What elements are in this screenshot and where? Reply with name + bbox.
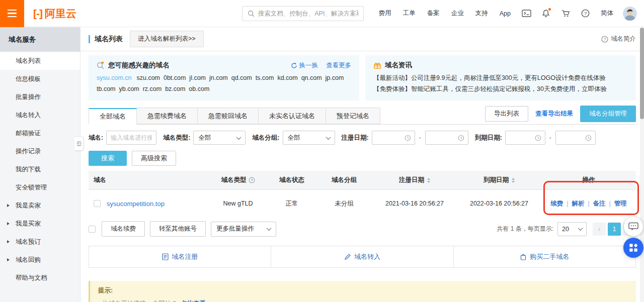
cell-reg-date: 2021-03-16 20:56:27 bbox=[372, 200, 457, 207]
sort-reg-date[interactable] bbox=[427, 178, 430, 183]
hamburger-menu-button[interactable] bbox=[0, 0, 24, 27]
more-batch-ops-select[interactable]: 更多批量操作 bbox=[211, 222, 276, 237]
sidebar-item-transfer-in[interactable]: 域名转入 bbox=[0, 106, 80, 124]
suggested-domains-list[interactable]: szu.com 0bt.com jl.com jn.com qd.com ts.… bbox=[97, 74, 347, 92]
search-button[interactable]: 搜索 bbox=[89, 151, 127, 166]
tip-view-link[interactable]: 点此查看 bbox=[181, 299, 206, 302]
apps-float-button[interactable] bbox=[623, 238, 643, 258]
sidebar-item-domain-buyback[interactable]: 域名回购 bbox=[0, 251, 80, 269]
quick-link-buy-secondhand[interactable]: 购买二手域名 bbox=[453, 246, 635, 267]
nav-billing[interactable]: 费用 bbox=[377, 9, 393, 18]
chat-float-button[interactable] bbox=[624, 217, 643, 236]
prev-page-button[interactable]: ‹ bbox=[593, 223, 606, 236]
sidebar-item-label: 我是买家 bbox=[16, 220, 41, 228]
nav-workorder[interactable]: 工单 bbox=[401, 9, 418, 18]
global-search-box[interactable] bbox=[242, 6, 364, 21]
quick-link-transfer-in[interactable]: 域名转入 bbox=[271, 246, 453, 267]
refresh-domains-link[interactable]: 换一换 bbox=[291, 61, 318, 70]
domain-table: 域名 域名类型 ? 域名状态 域名分组 注册日期 到期日期 bbox=[89, 171, 636, 217]
advanced-search-button[interactable]: 高级搜索 bbox=[132, 151, 176, 166]
scrollbar-track[interactable] bbox=[640, 28, 644, 302]
dns-action-link[interactable]: 解析 bbox=[572, 199, 584, 208]
terminal-icon[interactable] bbox=[520, 8, 532, 20]
type-select[interactable]: 全部 bbox=[193, 131, 246, 145]
scrollbar-thumb[interactable] bbox=[640, 28, 644, 119]
date-icon bbox=[585, 135, 592, 141]
domain-intro-link[interactable]: ? 域名简介 bbox=[601, 35, 636, 43]
sidebar-title: 域名服务 bbox=[0, 27, 80, 52]
exp-date-end-input[interactable] bbox=[555, 131, 596, 145]
domain-search-input[interactable] bbox=[106, 131, 156, 145]
sidebar-item-seller[interactable]: 我是卖家 bbox=[0, 196, 80, 215]
page-size-select[interactable]: 20 bbox=[557, 222, 587, 236]
sidebar-item-help-docs[interactable]: 帮助与文档 bbox=[0, 269, 80, 287]
search-suggest-icon bbox=[97, 61, 105, 69]
reg-date-end-input[interactable] bbox=[425, 131, 468, 145]
sidebar-item-security-lock[interactable]: 安全锁管理 bbox=[0, 178, 80, 196]
chevron-down-icon bbox=[267, 226, 272, 231]
enter-dns-list-button[interactable]: 进入域名解析列表>> bbox=[130, 31, 204, 47]
question-circle-icon[interactable]: ? bbox=[249, 177, 255, 183]
sidebar-item-domain-reserve[interactable]: 域名预订 bbox=[0, 233, 80, 251]
manage-action-link[interactable]: 管理 bbox=[614, 199, 627, 208]
cell-exp-date: 2022-03-16 20:56:27 bbox=[457, 200, 541, 207]
suggested-domains[interactable]: sysu.com.cnszu.com 0bt.com jl.com jn.com… bbox=[97, 72, 351, 94]
aliyun-logo[interactable]: [-] 阿里云 bbox=[33, 7, 76, 21]
notification-bell-icon[interactable] bbox=[540, 8, 552, 20]
interest-domains-panel: 您可能感兴趣的域名 换一换 查看更多 sysu.com.cnszu.com 0b… bbox=[89, 55, 359, 100]
exp-date-start-input[interactable] bbox=[505, 131, 545, 145]
search-buttons-row: 搜索 高级搜索 bbox=[89, 151, 636, 166]
current-page-button[interactable]: 1 bbox=[608, 223, 621, 236]
row-checkbox[interactable] bbox=[94, 200, 101, 207]
group-select[interactable]: 全部 bbox=[283, 131, 335, 145]
tab-redeem-soon[interactable]: 急需赎回域名 bbox=[198, 108, 259, 124]
nav-icp[interactable]: 备案 bbox=[425, 9, 442, 18]
nav-support[interactable]: 支持 bbox=[473, 9, 490, 18]
batch-transfer-button[interactable]: 转至其他账号 bbox=[150, 221, 206, 237]
nav-enterprise[interactable]: 企业 bbox=[449, 9, 466, 18]
tab-renew-soon[interactable]: 急需续费域名 bbox=[137, 108, 198, 124]
domain-link[interactable]: sysucompetition.top bbox=[107, 200, 165, 208]
locale-switch[interactable]: 简体 bbox=[599, 9, 615, 18]
quick-link-register[interactable]: 域名注册 bbox=[89, 246, 271, 267]
news-line[interactable]: 【最新活动】公司注册9.9元起，商标注册低至300元，更有LOGO设计免费在线体… bbox=[373, 72, 628, 83]
renew-action-link[interactable]: 续费 bbox=[550, 199, 563, 208]
select-all-checkbox[interactable] bbox=[89, 226, 96, 233]
reg-date-filter-label: 注册日期: bbox=[342, 134, 369, 142]
avatar[interactable] bbox=[623, 7, 637, 21]
remark-action-link[interactable]: 备注 bbox=[593, 199, 606, 208]
sidebar-item-batch-ops[interactable]: 批量操作 bbox=[0, 88, 80, 106]
help-icon[interactable]: ? bbox=[579, 8, 591, 20]
reg-date-start-input[interactable] bbox=[372, 131, 415, 145]
sidebar-item-email-verify[interactable]: 邮箱验证 bbox=[0, 124, 80, 142]
cart-icon[interactable] bbox=[559, 8, 572, 20]
date-separator: - bbox=[418, 134, 422, 141]
sidebar-item-domain-list[interactable]: 域名列表 bbox=[0, 52, 80, 70]
page: [-] 阿里云 费用 工单 备案 企业 支持 App ? bbox=[0, 0, 644, 302]
col-type: 域名类型 ? bbox=[208, 176, 268, 184]
sidebar-item-op-records[interactable]: 操作记录 bbox=[0, 142, 80, 160]
sidebar-collapse-handle[interactable] bbox=[74, 136, 84, 151]
sidebar-item-buyer[interactable]: 我是买家 bbox=[0, 215, 80, 233]
sort-exp-date[interactable] bbox=[512, 178, 515, 183]
group-manage-button[interactable]: 域名分组管理 bbox=[580, 106, 636, 122]
batch-renew-button[interactable]: 域名续费 bbox=[102, 221, 145, 237]
sidebar-item-my-downloads[interactable]: 我的下载 bbox=[0, 160, 80, 178]
highlighted-domain-link[interactable]: sysu.com.cn bbox=[97, 74, 131, 81]
domain-filter-label: 域名: bbox=[89, 134, 103, 142]
global-search-input[interactable] bbox=[258, 10, 358, 17]
nav-app[interactable]: App bbox=[498, 10, 513, 17]
type-filter-label: 域名类型: bbox=[163, 134, 190, 142]
group-select-value: 全部 bbox=[288, 134, 300, 142]
news-line[interactable]: 【免费体验】智能记账工具，仅需三步轻松搞定记账报税，30天免费使用，立即体验 bbox=[373, 83, 628, 94]
view-export-result-link[interactable]: 查看导出结果 bbox=[535, 110, 573, 118]
tab-unverified[interactable]: 未实名认证域名 bbox=[259, 108, 326, 124]
info-panels: 您可能感兴趣的域名 换一换 查看更多 sysu.com.cnszu.com 0b… bbox=[89, 55, 636, 100]
tab-all-domains[interactable]: 全部域名 bbox=[89, 108, 137, 125]
main-content: 域名列表 进入域名解析列表>> ? 域名简介 您可能感兴趣的域名 bbox=[80, 27, 644, 302]
sidebar-item-info-template[interactable]: 信息模板 bbox=[0, 70, 80, 88]
export-list-button[interactable]: 导出列表 bbox=[485, 106, 528, 122]
tab-preregister[interactable]: 预登记域名 bbox=[326, 108, 380, 124]
quick-link-label: 域名注册 bbox=[172, 252, 198, 261]
see-more-domains-link[interactable]: 查看更多 bbox=[326, 61, 351, 70]
